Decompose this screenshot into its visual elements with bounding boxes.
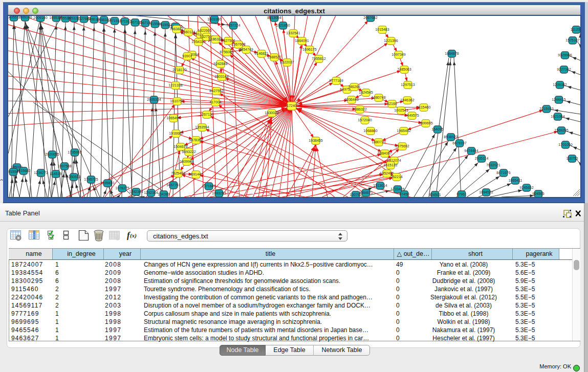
svg-text:1097588: 1097588	[57, 164, 71, 168]
svg-text:116753: 116753	[567, 157, 578, 160]
svg-text:1080748: 1080748	[372, 96, 385, 99]
svg-text:1701050: 1701050	[558, 143, 572, 146]
svg-text:1002543: 1002543	[394, 108, 408, 112]
svg-text:2009146: 2009146	[18, 16, 32, 19]
svg-text:2087682: 2087682	[363, 16, 377, 19]
svg-text:1504678: 1504678	[173, 145, 187, 148]
svg-text:1078275: 1078275	[115, 186, 129, 190]
svg-text:1322605: 1322605	[198, 29, 211, 32]
svg-text:1054336: 1054336	[191, 40, 205, 43]
svg-text:7386322: 7386322	[353, 107, 366, 111]
svg-text:5693222: 5693222	[182, 150, 195, 154]
svg-text:1965492: 1965492	[397, 129, 410, 133]
svg-text:9242848: 9242848	[213, 62, 227, 65]
svg-text:2935114: 2935114	[475, 157, 489, 160]
svg-text:1795725: 1795725	[84, 178, 98, 181]
svg-text:9899695: 9899695	[419, 121, 432, 125]
svg-text:2367608: 2367608	[231, 42, 245, 46]
svg-text:1880720: 1880720	[372, 140, 385, 144]
svg-text:97450: 97450	[399, 192, 409, 196]
svg-text:1975692: 1975692	[395, 144, 409, 148]
svg-text:924501: 924501	[429, 193, 441, 196]
svg-text:1350513: 1350513	[67, 175, 80, 179]
svg-text:2718170: 2718170	[172, 68, 186, 72]
svg-text:1292344: 1292344	[144, 191, 158, 194]
svg-text:62160: 62160	[387, 102, 397, 105]
svg-text:1615132: 1615132	[383, 163, 397, 167]
svg-text:(x): (x)	[130, 232, 137, 239]
svg-text:1068860: 1068860	[363, 129, 377, 133]
svg-text:2005334: 2005334	[147, 98, 161, 101]
svg-text:1065494: 1065494	[166, 116, 180, 120]
svg-text:8471676: 8471676	[496, 171, 510, 174]
svg-text:1215682: 1215682	[16, 169, 30, 172]
svg-text:1824545: 1824545	[359, 91, 373, 94]
svg-text:1292344: 1292344	[129, 190, 143, 193]
svg-text:9227342: 9227342	[557, 68, 571, 71]
svg-text:1513614: 1513614	[373, 184, 387, 187]
svg-text:1221396: 1221396	[384, 39, 398, 42]
svg-text:1921850: 1921850	[276, 24, 290, 27]
svg-text:1603380: 1603380	[207, 17, 221, 21]
svg-text:8756085: 8756085	[220, 50, 233, 54]
svg-text:1735992: 1735992	[68, 150, 81, 154]
svg-text:924565: 924565	[532, 192, 544, 195]
svg-text:9245652: 9245652	[519, 186, 533, 189]
svg-text:8813054: 8813054	[267, 16, 281, 19]
svg-text:7955812: 7955812	[312, 57, 325, 60]
svg-text:1094522: 1094522	[479, 190, 493, 194]
svg-text:9146821: 9146821	[254, 52, 268, 55]
svg-text:9684067: 9684067	[378, 151, 391, 155]
svg-text:1352485: 1352485	[380, 171, 394, 175]
svg-text:5878352: 5878352	[189, 138, 203, 142]
svg-text:6679197: 6679197	[452, 141, 466, 145]
svg-text:1015483: 1015483	[375, 28, 389, 31]
svg-text:9777169: 9777169	[329, 79, 343, 82]
svg-text:93907: 93907	[182, 54, 192, 58]
svg-text:1195810: 1195810	[101, 181, 115, 185]
svg-text:9457751: 9457751	[166, 183, 180, 187]
svg-text:1609948: 1609948	[180, 160, 193, 163]
svg-text:1696175: 1696175	[302, 48, 316, 51]
svg-text:417004: 417004	[209, 100, 221, 104]
svg-text:9115460: 9115460	[417, 105, 431, 109]
svg-text:1864091: 1864091	[295, 39, 309, 42]
svg-text:1575107: 1575107	[565, 38, 579, 42]
svg-text:1569295: 1569295	[554, 128, 568, 132]
svg-text:1234273: 1234273	[34, 171, 48, 174]
svg-text:3215933: 3215933	[539, 107, 553, 111]
svg-text:1610755: 1610755	[170, 99, 184, 103]
svg-text:1946362: 1946362	[400, 98, 414, 102]
svg-text:1093293: 1093293	[212, 191, 226, 195]
svg-text:104389: 104389	[158, 192, 169, 196]
svg-text:17240: 17240	[287, 104, 297, 107]
svg-text:2009140: 2009140	[33, 16, 47, 19]
svg-text:1209382: 1209382	[553, 83, 567, 86]
svg-text:1684878: 1684878	[445, 52, 459, 55]
svg-text:9327508: 9327508	[221, 39, 235, 42]
svg-text:2020655: 2020655	[45, 152, 59, 156]
svg-text:1588520: 1588520	[267, 55, 281, 59]
svg-text:1332541: 1332541	[286, 31, 300, 35]
svg-text:252214: 252214	[390, 175, 402, 179]
svg-text:746266: 746266	[348, 85, 360, 89]
svg-text:1371648: 1371648	[202, 184, 215, 188]
svg-text:1621064: 1621064	[551, 115, 564, 118]
svg-text:100793: 100793	[350, 193, 361, 196]
svg-text:114519: 114519	[50, 172, 62, 176]
svg-text:8938923: 8938923	[444, 135, 458, 139]
svg-text:87961: 87961	[456, 192, 467, 196]
svg-text:7632021: 7632021	[486, 163, 500, 167]
svg-text:8186328: 8186328	[208, 37, 222, 41]
svg-text:1244415: 1244415	[552, 98, 565, 101]
svg-text:164095: 164095	[431, 127, 443, 131]
svg-text:3267130: 3267130	[200, 113, 213, 116]
svg-text:1353594: 1353594	[195, 125, 209, 129]
svg-text:1572040: 1572040	[358, 118, 372, 122]
svg-text:1097349: 1097349	[391, 53, 405, 56]
svg-text:1938455: 1938455	[309, 139, 322, 142]
svg-text:7485063: 7485063	[397, 68, 411, 71]
svg-text:1691447: 1691447	[189, 172, 203, 176]
svg-text:1065411: 1065411	[509, 179, 522, 182]
svg-text:8427552: 8427552	[209, 89, 223, 93]
